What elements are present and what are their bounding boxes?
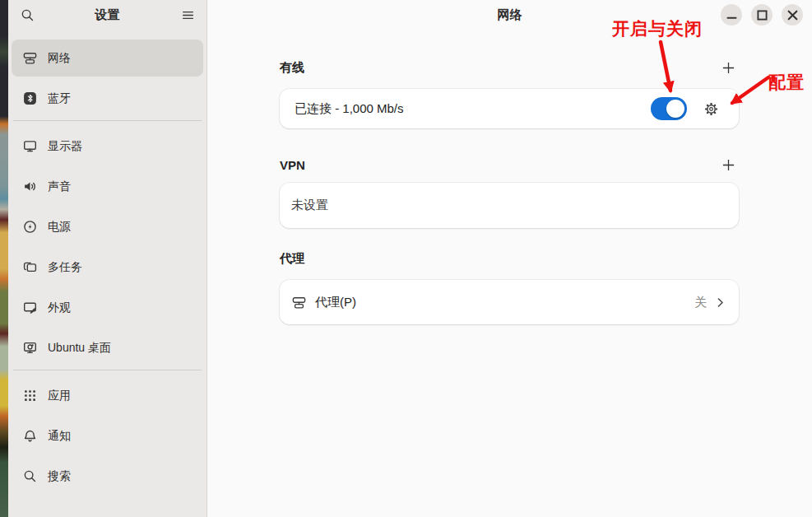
wired-status-label: 已连接 - 1,000 Mb/s bbox=[295, 101, 404, 117]
gear-icon bbox=[704, 102, 718, 116]
sidebar-item-label: 电源 bbox=[48, 220, 71, 235]
wired-settings-button[interactable] bbox=[699, 97, 722, 120]
add-wired-connection-button[interactable] bbox=[717, 57, 739, 78]
chevron-right-icon bbox=[713, 296, 727, 310]
vpn-placeholder-row: 未设置 bbox=[280, 183, 739, 228]
main-panel: 网络 有线 bbox=[207, 0, 812, 517]
toggle-knob bbox=[666, 100, 684, 118]
power-icon bbox=[23, 220, 37, 234]
minimize-button[interactable] bbox=[721, 4, 742, 26]
bluetooth-icon bbox=[23, 91, 37, 105]
proxy-state-value: 关 bbox=[694, 295, 707, 310]
sidebar-item-appearance[interactable]: 外观 bbox=[12, 289, 203, 326]
vpn-status-label: 未设置 bbox=[291, 198, 328, 213]
hamburger-icon bbox=[181, 8, 195, 22]
vpn-section-header: VPN bbox=[280, 156, 739, 173]
sidebar-item-apps[interactable]: 应用 bbox=[12, 377, 203, 414]
maximize-button[interactable] bbox=[751, 4, 773, 26]
sidebar-divider bbox=[13, 370, 202, 370]
vpn-heading: VPN bbox=[280, 158, 305, 172]
sidebar-nav: 网络 蓝牙 显示器 声音 bbox=[8, 30, 206, 495]
sidebar-item-label: 多任务 bbox=[48, 260, 82, 275]
proxy-label: 代理(P) bbox=[315, 295, 356, 310]
speaker-icon bbox=[23, 179, 37, 193]
proxy-section-header: 代理 bbox=[280, 250, 739, 267]
display-icon bbox=[23, 139, 37, 153]
sidebar: 设置 网络 蓝牙 bbox=[8, 0, 207, 517]
sidebar-item-label: 声音 bbox=[48, 179, 71, 194]
sidebar-item-displays[interactable]: 显示器 bbox=[12, 128, 203, 165]
sidebar-item-label: 搜索 bbox=[48, 469, 71, 484]
ubuntu-desktop-icon bbox=[23, 341, 37, 355]
sidebar-item-notifications[interactable]: 通知 bbox=[12, 417, 203, 454]
bell-icon bbox=[23, 429, 37, 443]
multitasking-icon bbox=[23, 260, 37, 274]
sidebar-item-label: 应用 bbox=[48, 389, 71, 403]
network-icon bbox=[23, 51, 37, 65]
wired-toggle[interactable] bbox=[651, 97, 687, 120]
sidebar-item-bluetooth[interactable]: 蓝牙 bbox=[12, 80, 203, 117]
sidebar-item-multitasking[interactable]: 多任务 bbox=[12, 249, 203, 286]
search-icon bbox=[23, 469, 37, 483]
sidebar-item-ubuntu-desktop[interactable]: Ubuntu 桌面 bbox=[12, 329, 203, 366]
toggle-callout-text: 开启与关闭 bbox=[612, 19, 703, 39]
add-vpn-button[interactable] bbox=[717, 154, 739, 175]
window-controls bbox=[721, 4, 803, 26]
menu-button[interactable] bbox=[177, 4, 198, 26]
sidebar-item-search[interactable]: 搜索 bbox=[12, 458, 203, 495]
plus-icon bbox=[722, 158, 735, 172]
wired-heading: 有线 bbox=[280, 60, 304, 76]
network-icon bbox=[292, 296, 306, 310]
sidebar-item-label: Ubuntu 桌面 bbox=[48, 341, 111, 356]
maximize-icon bbox=[755, 8, 769, 22]
proxy-heading: 代理 bbox=[280, 251, 304, 267]
sidebar-header: 设置 bbox=[8, 0, 206, 30]
sidebar-item-label: 蓝牙 bbox=[48, 91, 71, 106]
settings-window: 设置 网络 蓝牙 bbox=[0, 0, 812, 517]
proxy-row[interactable]: 代理(P) 关 bbox=[280, 280, 739, 324]
sidebar-divider bbox=[13, 120, 202, 121]
apps-grid-icon bbox=[23, 389, 37, 403]
minimize-icon bbox=[725, 8, 739, 22]
close-button[interactable] bbox=[782, 4, 803, 26]
sidebar-item-power[interactable]: 电源 bbox=[12, 208, 203, 245]
sidebar-item-label: 外观 bbox=[48, 300, 71, 315]
configure-callout-text: 配置 bbox=[768, 72, 805, 92]
search-icon bbox=[21, 8, 35, 22]
sidebar-item-sound[interactable]: 声音 bbox=[12, 168, 203, 205]
sidebar-item-network[interactable]: 网络 bbox=[12, 40, 203, 77]
sidebar-item-label: 网络 bbox=[48, 51, 71, 66]
sidebar-item-label: 通知 bbox=[48, 429, 71, 444]
appearance-icon bbox=[23, 300, 37, 314]
plus-icon bbox=[722, 61, 735, 75]
wired-section-header: 有线 bbox=[280, 59, 739, 76]
wired-connection-row: 已连接 - 1,000 Mb/s bbox=[280, 89, 739, 128]
search-button[interactable] bbox=[16, 4, 38, 26]
close-icon bbox=[786, 8, 800, 22]
desktop-wallpaper-strip bbox=[0, 0, 8, 517]
sidebar-item-label: 显示器 bbox=[48, 139, 82, 154]
app-title: 设置 bbox=[38, 7, 177, 23]
